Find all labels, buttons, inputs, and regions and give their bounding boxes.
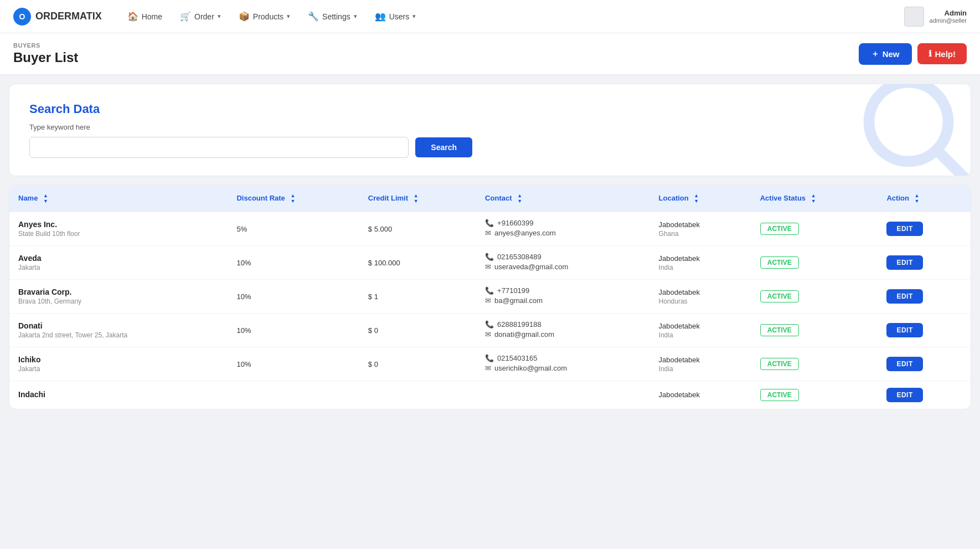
- cell-contact-1: 📞 02165308489 ✉ useraveda@gmail.com: [476, 246, 649, 280]
- help-button[interactable]: ℹ Help!: [917, 43, 967, 64]
- cell-contact-5: [476, 381, 649, 409]
- email-1: useraveda@gmail.com: [494, 263, 568, 271]
- user-email: admin@seller: [930, 17, 967, 24]
- col-discount-rate[interactable]: Discount Rate ▲▼: [228, 186, 359, 212]
- users-chevron-icon: ▾: [412, 13, 416, 20]
- contact-phone-row-1: 📞 02165308489: [485, 253, 641, 261]
- products-chevron-icon: ▾: [287, 13, 290, 20]
- brand-name: ORDERMATIX: [35, 11, 102, 22]
- edit-button-4[interactable]: EDIT: [886, 357, 922, 371]
- search-section: Search Data Type keyword here Search: [9, 84, 971, 176]
- users-icon: 👥: [375, 11, 386, 22]
- edit-button-3[interactable]: EDIT: [886, 323, 922, 337]
- location-main-2: Jabodetabek: [659, 288, 742, 296]
- order-chevron-icon: ▾: [218, 13, 221, 20]
- cell-action-3: EDIT: [878, 314, 971, 347]
- table-row: Donati Jakarta 2nd street, Tower 25, Jak…: [9, 314, 971, 347]
- col-location[interactable]: Location ▲▼: [650, 186, 751, 212]
- status-badge-3: ACTIVE: [760, 324, 799, 336]
- help-button-label: Help!: [935, 49, 956, 59]
- company-name-1: Aveda: [18, 254, 219, 263]
- cell-discount-1: 10%: [228, 246, 359, 280]
- company-addr-3: Jakarta 2nd street, Tower 25, Jakarta: [18, 331, 219, 339]
- breadcrumb: BUYERS: [13, 42, 78, 49]
- nav-item-products[interactable]: 📦 Products ▾: [231, 7, 298, 26]
- location-main-1: Jabodetabek: [659, 254, 742, 263]
- col-action[interactable]: Action ▲▼: [878, 186, 971, 212]
- table-section: Name ▲▼ Discount Rate ▲▼ Credit Limit ▲▼…: [9, 185, 971, 409]
- search-input[interactable]: [29, 137, 409, 158]
- cell-credit-3: $ 0: [359, 314, 476, 347]
- edit-button-5[interactable]: EDIT: [886, 388, 922, 402]
- table-body: Anyes Inc. State Build 10th floor 5% $ 5…: [9, 212, 971, 409]
- location-main-3: Jabodetabek: [659, 322, 742, 330]
- sort-credit-icon: ▲▼: [414, 193, 419, 204]
- page-header: BUYERS Buyer List ＋ New ℹ Help!: [0, 33, 980, 75]
- cell-location-1: Jabodetabek India: [650, 246, 751, 280]
- cell-name-4: Ichiko Jakarta: [9, 347, 228, 381]
- location-main-0: Jabodetabek: [659, 220, 742, 229]
- info-icon: ℹ: [929, 49, 932, 59]
- nav-item-settings[interactable]: 🔧 Settings ▾: [300, 7, 365, 26]
- cell-credit-1: $ 100.000: [359, 246, 476, 280]
- search-label: Type keyword here: [29, 123, 951, 131]
- avatar: [904, 7, 924, 27]
- nav-item-users[interactable]: 👥 Users ▾: [367, 7, 424, 26]
- contact-phone-row-3: 📞 62888199188: [485, 320, 641, 329]
- cell-discount-5: [228, 381, 359, 409]
- edit-button-1[interactable]: EDIT: [886, 255, 922, 270]
- cell-name-0: Anyes Inc. State Build 10th floor: [9, 212, 228, 246]
- contact-email-row-1: ✉ useraveda@gmail.com: [485, 263, 641, 271]
- brand[interactable]: O ORDERMATIX: [13, 8, 102, 25]
- status-badge-0: ACTIVE: [760, 223, 799, 235]
- search-button[interactable]: Search: [415, 137, 472, 157]
- phone-2: +7710199: [497, 286, 529, 295]
- new-button[interactable]: ＋ New: [859, 43, 912, 65]
- page-title: Buyer List: [13, 50, 78, 65]
- contact-phone-row-2: 📞 +7710199: [485, 286, 641, 295]
- phone-icon-3: 📞: [485, 320, 494, 329]
- cell-status-1: ACTIVE: [751, 246, 878, 280]
- nav-order-label: Order: [194, 12, 214, 21]
- cell-credit-0: $ 5.000: [359, 212, 476, 246]
- cell-discount-0: 5%: [228, 212, 359, 246]
- edit-button-0[interactable]: EDIT: [886, 222, 922, 236]
- email-icon-2: ✉: [485, 296, 491, 305]
- table-header: Name ▲▼ Discount Rate ▲▼ Credit Limit ▲▼…: [9, 186, 971, 212]
- svg-line-1: [939, 152, 971, 176]
- phone-4: 0215403165: [497, 354, 537, 362]
- sort-discount-icon: ▲▼: [290, 193, 295, 204]
- cell-contact-4: 📞 0215403165 ✉ userichiko@gmail.com: [476, 347, 649, 381]
- location-sub-2: Honduras: [659, 297, 742, 305]
- col-credit-limit[interactable]: Credit Limit ▲▼: [359, 186, 476, 212]
- cell-action-2: EDIT: [878, 280, 971, 314]
- user-name: Admin: [930, 9, 967, 17]
- order-icon: 🛒: [180, 11, 191, 22]
- nav-home-label: Home: [142, 12, 162, 21]
- status-badge-1: ACTIVE: [760, 256, 799, 269]
- location-main-4: Jabodetabek: [659, 356, 742, 364]
- location-sub-1: India: [659, 264, 742, 271]
- col-name[interactable]: Name ▲▼: [9, 186, 228, 212]
- brand-icon: O: [13, 8, 31, 25]
- email-0: anyes@anyes.com: [494, 229, 556, 237]
- user-area: Admin admin@seller: [904, 7, 967, 27]
- user-info: Admin admin@seller: [930, 9, 967, 24]
- home-icon: 🏠: [127, 11, 138, 22]
- location-sub-3: India: [659, 331, 742, 339]
- edit-button-2[interactable]: EDIT: [886, 289, 922, 304]
- table-row: Indachi Jabodetabek ACTIVE EDIT: [9, 381, 971, 409]
- table-row: Ichiko Jakarta 10% $ 0 📞 0215403165 ✉ us…: [9, 347, 971, 381]
- col-active-status[interactable]: Active Status ▲▼: [751, 186, 878, 212]
- nav-item-order[interactable]: 🛒 Order ▾: [172, 7, 229, 26]
- col-contact[interactable]: Contact ▲▼: [476, 186, 649, 212]
- email-4: userichiko@gmail.com: [494, 364, 567, 372]
- plus-icon: ＋: [871, 49, 879, 59]
- location-main-5: Jabodetabek: [659, 391, 742, 399]
- location-sub-4: India: [659, 365, 742, 373]
- nav-item-home[interactable]: 🏠 Home: [120, 7, 170, 26]
- email-icon-0: ✉: [485, 229, 491, 237]
- sort-status-icon: ▲▼: [811, 193, 816, 204]
- cell-contact-3: 📞 62888199188 ✉ donati@gmail.com: [476, 314, 649, 347]
- table-row: Anyes Inc. State Build 10th floor 5% $ 5…: [9, 212, 971, 246]
